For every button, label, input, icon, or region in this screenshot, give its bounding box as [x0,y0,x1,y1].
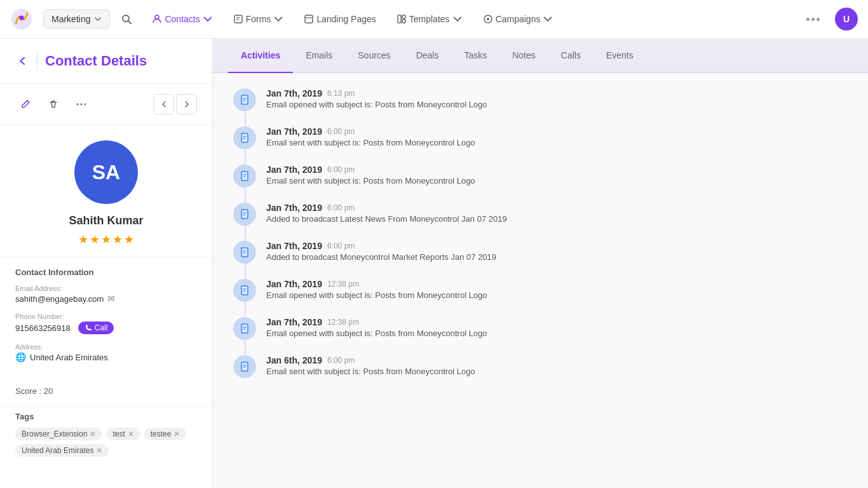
activity-date-main: Jan 7th, 2019 [266,279,322,289]
activity-date: Jan 7th, 2019 6:00 pm [266,203,848,213]
nav-item-campaigns[interactable]: Campaigns [474,9,562,29]
templates-icon [397,14,407,24]
svg-rect-35 [241,324,248,333]
tab-activities[interactable]: Activities [228,39,293,72]
activity-item: Jan 7th, 2019 6:00 pm Email sent with su… [233,165,848,187]
svg-rect-8 [305,15,313,23]
address-text: United Arab Emirates [30,353,108,362]
nav-item-landing-pages[interactable]: Landing Pages [295,9,384,29]
activity-time: 6:13 pm [327,89,355,98]
tag-label: Browser_Extension [22,430,87,438]
svg-rect-17 [241,95,248,104]
tag-1: test✕ [106,428,140,440]
svg-point-13 [487,18,489,20]
nav-item-templates[interactable]: Templates [388,9,471,29]
call-button[interactable]: Call [78,322,114,334]
document-icon [240,285,250,295]
back-button[interactable] [15,54,29,68]
svg-point-1 [19,16,24,20]
activity-date: Jan 7th, 2019 12:38 pm [266,279,848,289]
tag-close-3[interactable]: ✕ [96,446,102,455]
tab-deals[interactable]: Deals [403,39,452,72]
tag-close-1[interactable]: ✕ [128,430,134,438]
tag-close-2[interactable]: ✕ [173,430,180,438]
prev-contact-button[interactable] [154,94,174,114]
tag-label: testee [151,430,172,438]
svg-point-15 [81,104,83,105]
activity-description: Email opened with subject is: Posts from… [266,100,848,109]
edit-button[interactable] [15,94,36,114]
globe-icon: 🌐 [15,352,26,362]
activity-icon [233,165,256,187]
activity-item: Jan 7th, 2019 6:00 pm Added to broadcast… [233,203,848,226]
user-avatar[interactable]: U [835,8,858,30]
activity-icon [233,88,256,111]
tab-tasks[interactable]: Tasks [451,39,499,72]
next-contact-button[interactable] [177,94,197,114]
tags-container: Browser_Extension✕test✕testee✕United Ara… [15,428,197,457]
activity-date-main: Jan 7th, 2019 [266,317,322,327]
activity-time: 6:00 pm [327,127,355,136]
activity-item: Jan 7th, 2019 6:00 pm Email sent with su… [233,126,848,149]
tab-sources[interactable]: Sources [345,39,403,72]
tag-3: United Arab Emirates✕ [15,444,109,457]
document-icon [240,209,250,219]
activity-date: Jan 7th, 2019 12:38 pm [266,317,848,327]
tab-emails[interactable]: Emails [293,39,345,72]
dot-1 [806,18,810,21]
tab-events[interactable]: Events [593,39,646,72]
logo[interactable] [10,8,33,30]
contact-info-title: Contact Information [15,268,197,277]
more-options-button[interactable] [801,13,825,26]
email-icon: ✉ [107,294,115,304]
campaigns-icon [483,14,493,24]
activity-icon [233,203,256,226]
tag-label: United Arab Emirates [22,446,93,455]
activity-body: Jan 7th, 2019 12:38 pm Email opened with… [266,317,848,338]
page-layout: Contact Details SA [0,39,868,488]
tab-notes[interactable]: Notes [499,39,548,72]
address-field: Address: 🌐 United Arab Emirates [15,343,197,362]
activity-description: Email sent with subject is: Posts from M… [266,367,848,376]
activity-date: Jan 7th, 2019 6:13 pm [266,88,848,98]
forms-icon [233,14,243,24]
workspace-selector[interactable]: Marketing [43,10,110,29]
more-actions-button[interactable] [71,94,92,114]
forms-chevron-icon [273,14,283,24]
star-4: ★ [112,233,123,247]
contact-name: Sahith Kumar [69,214,143,227]
star-3: ★ [101,233,111,247]
svg-rect-11 [402,20,405,23]
nav-item-contacts[interactable]: Contacts [143,9,221,29]
svg-rect-29 [241,248,248,257]
svg-rect-5 [234,15,242,23]
document-icon [240,323,250,334]
tab-calls[interactable]: Calls [548,39,593,72]
phone-value: 915663256918 Call [15,322,197,334]
activity-date-main: Jan 7th, 2019 [266,165,322,175]
avatar: SA [74,140,138,204]
activity-icon [233,126,256,149]
activity-time: 6:00 pm [327,203,355,212]
call-label: Call [95,323,108,332]
chevron-down-icon [94,15,102,23]
sidebar: Contact Details SA [0,39,213,488]
dot-3 [817,18,820,21]
activity-timeline-line [245,226,246,241]
chevron-right-icon [183,100,191,108]
activity-time: 12:38 pm [327,280,359,288]
address-value: 🌐 United Arab Emirates [15,352,197,362]
activity-list: Jan 7th, 2019 6:13 pm Email opened with … [213,73,868,488]
svg-point-16 [85,104,86,105]
search-button[interactable] [115,8,138,30]
svg-rect-20 [241,133,248,142]
delete-button[interactable] [43,94,64,114]
activity-icon [233,317,256,340]
tag-close-0[interactable]: ✕ [90,430,96,438]
nav-item-forms[interactable]: Forms [224,9,293,29]
activity-description: Email sent with subject is: Posts from M… [266,138,848,147]
svg-rect-23 [241,172,248,180]
activity-date-main: Jan 6th, 2019 [266,355,322,365]
phone-text: 915663256918 [15,323,71,333]
activity-date: Jan 7th, 2019 6:00 pm [266,165,848,175]
